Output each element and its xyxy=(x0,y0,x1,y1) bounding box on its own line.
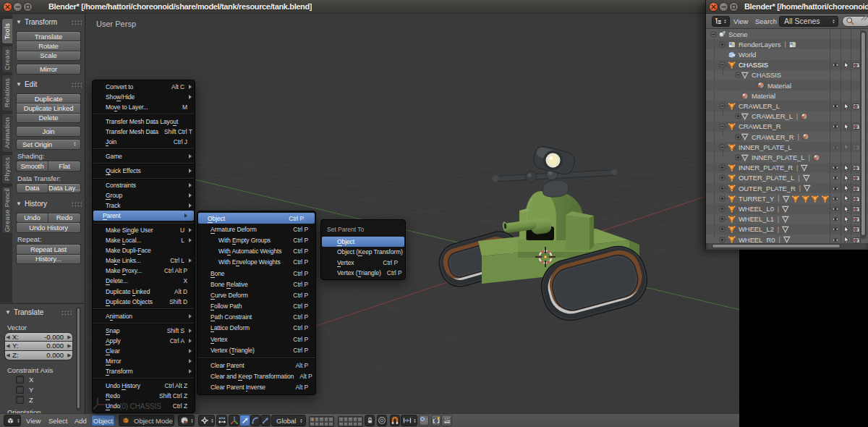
menu-item-make-proxy[interactable]: Make Proxy...Ctrl Alt P xyxy=(93,266,195,276)
submenu-item-lattice-deform[interactable]: Lattice DeformCtrl P xyxy=(197,323,315,334)
selectable-toggle[interactable] xyxy=(842,174,850,182)
outliner-row-turret-y[interactable]: TURRET_YTURRET_Y| xyxy=(706,193,868,203)
render-toggle[interactable] xyxy=(852,122,861,131)
layer-cell[interactable] xyxy=(310,417,315,422)
outliner-row-scene[interactable]: Scene xyxy=(706,29,868,39)
increment-arrow-icon[interactable]: ▶ xyxy=(67,343,72,349)
hide-toggle[interactable] xyxy=(831,185,840,193)
checkbox-y[interactable] xyxy=(16,386,24,394)
render-toggle[interactable] xyxy=(852,164,861,172)
outliner-row-material-data[interactable]: Material xyxy=(706,90,868,101)
layer-cell[interactable] xyxy=(315,417,320,422)
hide-toggle[interactable] xyxy=(831,174,840,182)
layer-cell[interactable] xyxy=(310,422,315,427)
outliner-row-material-data[interactable]: Material xyxy=(706,80,868,90)
hide-toggle[interactable] xyxy=(831,215,840,224)
shelf-button-duplicate[interactable]: Duplicate xyxy=(16,93,81,104)
shelf-button-smooth[interactable]: Smooth xyxy=(16,161,48,172)
submenu-item-with-automatic-weights[interactable]: With Automatic WeightsCtrl P xyxy=(197,246,315,257)
submenu-item-clear-parent[interactable]: Clear ParentAlt P xyxy=(197,360,315,371)
number-field-z[interactable]: ◀ Z:0.000 ▶ xyxy=(4,351,73,360)
outliner-row-crawler-r[interactable]: CRAWLER_R xyxy=(706,122,868,132)
hide-toggle[interactable] xyxy=(831,122,840,131)
maximize-button[interactable] xyxy=(24,3,32,11)
shelf-button-join[interactable]: Join xyxy=(16,126,81,137)
header-menu-select[interactable]: Select xyxy=(48,414,67,427)
checkbox-row-z[interactable]: Z xyxy=(16,395,33,404)
menu-item-transfer-mesh-data[interactable]: Transfer Mesh DataShift Ctrl T xyxy=(93,127,195,137)
scene-filter-dropdown[interactable]: All Scenes xyxy=(779,16,838,27)
shelf-button-mirror[interactable]: Mirror xyxy=(16,64,81,75)
render-toggle[interactable] xyxy=(852,195,861,203)
submenu-item-curve-deform[interactable]: Curve DeformCtrl P xyxy=(197,289,315,300)
menu-item-duplicate-objects[interactable]: Duplicate ObjectsShift D xyxy=(93,297,195,307)
outliner-row-crawler-l[interactable]: CRAWLER_L xyxy=(706,101,868,111)
menu-item-delete[interactable]: Delete...X xyxy=(93,276,195,286)
panel-collapse-triangle-icon[interactable]: ▼ xyxy=(16,200,22,207)
number-field-x[interactable]: ◀ X:-0.000 ▶ xyxy=(4,332,73,342)
toolshelf-tab-relations[interactable]: Relations xyxy=(1,75,12,111)
menu-item-mirror[interactable]: Mirror xyxy=(93,356,195,366)
render-toggle[interactable] xyxy=(852,61,861,69)
selectable-toggle[interactable] xyxy=(842,61,850,69)
shelf-button-repeat-last[interactable]: Repeat Last xyxy=(16,244,81,255)
toolshelf-tab-create[interactable]: Create xyxy=(1,46,12,73)
shelf-button-duplicate-linked[interactable]: Duplicate Linked xyxy=(16,103,81,114)
panel-collapse-triangle-icon[interactable]: ▼ xyxy=(16,19,22,25)
layer-cell[interactable] xyxy=(357,422,362,427)
scrollbar-thumb[interactable] xyxy=(861,32,866,236)
outliner-vertical-scrollbar[interactable] xyxy=(860,30,867,239)
selectable-toggle[interactable] xyxy=(842,143,850,151)
header-menu-add[interactable]: Add xyxy=(75,414,87,427)
menu-item-make-single-user[interactable]: Make Single UserU xyxy=(93,225,195,235)
panel-header-transform[interactable]: ▼Transform xyxy=(16,18,57,26)
shelf-button-translate[interactable]: Translate xyxy=(16,31,81,42)
submenu-item-path-constraint[interactable]: Path ConstraintCtrl P xyxy=(197,312,315,323)
submenu-item-vertex-triangle[interactable]: Vertex (Triangle)Ctrl P xyxy=(197,344,315,355)
layer-cell[interactable] xyxy=(319,422,324,427)
decrement-arrow-icon[interactable]: ◀ xyxy=(5,334,11,339)
outliner-row-inner-plate-l-data[interactable]: INNER_PLATE_LINNER_PLATE_L| xyxy=(706,152,868,162)
shelf-button-data-lay[interactable]: Data Lay... xyxy=(48,183,81,194)
shelf-button-undo-history[interactable]: Undo History xyxy=(16,222,81,233)
outliner-row-outer-plate-r[interactable]: OUTER_PLATE_ROUTER_PLATE_R| xyxy=(706,183,868,193)
submenu-item-with-envelope-weights[interactable]: With Envelope WeightsCtrl P xyxy=(197,257,315,268)
layer-cell[interactable] xyxy=(324,422,329,427)
menu-item-redo[interactable]: RedoShift Ctrl Z xyxy=(93,391,195,401)
layer-cell[interactable] xyxy=(348,422,353,427)
panel-collapse-triangle-icon[interactable]: ▼ xyxy=(16,81,22,88)
selectable-toggle[interactable] xyxy=(842,205,850,214)
layer-cell[interactable] xyxy=(348,417,353,422)
minimize-button[interactable] xyxy=(720,3,728,11)
menu-item-undo-history[interactable]: Undo HistoryCtrl Alt Z xyxy=(93,381,195,391)
menu-item-transform[interactable]: Transform xyxy=(93,366,195,376)
panel-header-translate[interactable]: ▼Translate xyxy=(5,308,43,316)
snap-toggle-button[interactable] xyxy=(390,415,400,426)
shelf-button-flat[interactable]: Flat xyxy=(48,161,81,172)
area-corner-grip-icon[interactable] xyxy=(859,14,867,23)
menu-item-transfer-mesh-data-layout[interactable]: Transfer Mesh Data Layout xyxy=(93,117,195,127)
outliner-menu-search[interactable]: Search xyxy=(755,14,777,29)
layer-cell[interactable] xyxy=(315,422,320,427)
expander-collapse-icon[interactable] xyxy=(710,30,718,38)
menu-item-snap[interactable]: SnapShift S xyxy=(93,326,195,336)
selectable-toggle[interactable] xyxy=(842,122,850,131)
redo-panel-scrollbar[interactable] xyxy=(76,307,81,411)
layer-cell[interactable] xyxy=(328,422,333,427)
outliner-row-wheel-l0[interactable]: WHEEL_L0WHEEL_L0| xyxy=(706,203,868,214)
hide-toggle[interactable] xyxy=(831,195,840,203)
submenu-item-object[interactable]: ObjectCtrl P xyxy=(198,213,315,224)
checkbox-x[interactable] xyxy=(16,376,24,384)
panel-header-history[interactable]: ▼History xyxy=(16,200,47,208)
outliner-row-inner-plate-l[interactable]: INNER_PLATE_L xyxy=(706,142,868,152)
outliner-horizontal-scrollbar[interactable] xyxy=(707,243,867,249)
outliner-row-wheel-r0[interactable]: WHEEL_R0WHEEL_R0| xyxy=(706,234,868,243)
menu-item-show-hide[interactable]: Show/Hide xyxy=(93,92,195,102)
popup-item-vertex[interactable]: VertexCtrl P xyxy=(321,258,405,268)
manipulator-rotate-button[interactable] xyxy=(250,415,260,426)
manipulator-toggle-button[interactable] xyxy=(229,415,239,426)
menu-item-convert-to[interactable]: Convert toAlt C xyxy=(93,82,195,92)
render-toggle[interactable] xyxy=(852,225,861,234)
render-toggle[interactable] xyxy=(852,205,861,214)
render-toggle[interactable] xyxy=(852,143,861,152)
